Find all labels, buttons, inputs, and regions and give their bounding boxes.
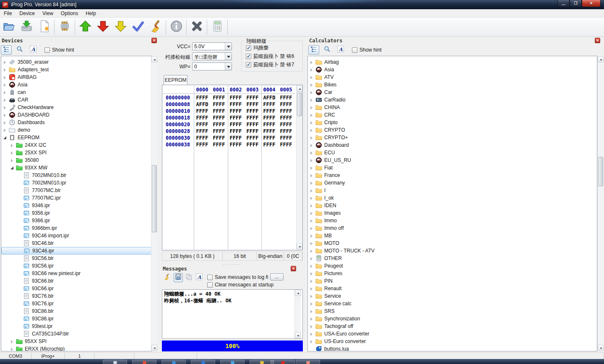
hex-cell[interactable]: FFFF bbox=[194, 114, 211, 121]
tree-item-adapters-test[interactable]: Adapters_test bbox=[1, 66, 151, 73]
devices-scrollbar[interactable] bbox=[151, 56, 157, 351]
tree-item-synchronization[interactable]: Synchronization bbox=[308, 315, 597, 322]
hex-cell[interactable]: FFFF bbox=[278, 101, 294, 108]
minimize-button[interactable]: — bbox=[557, 0, 570, 7]
tree-item-car[interactable]: Car bbox=[308, 88, 597, 96]
hex-cell[interactable]: FFFF bbox=[278, 141, 294, 148]
expand-arrow-icon[interactable] bbox=[310, 98, 314, 102]
expand-arrow-icon[interactable] bbox=[10, 143, 15, 148]
hex-cell[interactable]: FFFF bbox=[227, 141, 244, 148]
hex-cell[interactable]: FFFF bbox=[194, 121, 211, 128]
hex-cell[interactable]: FFFF bbox=[244, 114, 261, 121]
taskbar-button[interactable] bbox=[271, 360, 295, 364]
expand-arrow-icon[interactable] bbox=[310, 324, 314, 329]
collapse-arrow-icon[interactable] bbox=[10, 166, 15, 170]
tree-item-tachograf-off[interactable]: Tachograf off bbox=[308, 322, 597, 330]
wp-select[interactable]: 0 bbox=[192, 62, 232, 70]
messages-log[interactable]: 翔蝈糖屦...a = 40 OK昨屙桢，16-徼蟮 疱驷.. OK bbox=[162, 289, 303, 339]
tree-item-cripto[interactable]: Cripto bbox=[308, 119, 597, 126]
hex-cell[interactable]: FFFF bbox=[244, 121, 261, 128]
expand-arrow-icon[interactable] bbox=[310, 128, 314, 133]
tree-item-atv[interactable]: ATV bbox=[308, 73, 597, 81]
expand-arrow-icon[interactable] bbox=[310, 120, 314, 125]
hex-cell[interactable]: FFFF bbox=[261, 114, 278, 121]
hex-cell[interactable]: FFFF bbox=[211, 141, 227, 148]
expand-arrow-icon[interactable] bbox=[310, 166, 314, 170]
expand-arrow-icon[interactable] bbox=[310, 249, 314, 253]
expand-arrow-icon[interactable] bbox=[310, 332, 314, 336]
taskbar-button[interactable] bbox=[103, 360, 127, 364]
tree-item-9366-ipr[interactable]: 9366.ipr bbox=[1, 217, 151, 224]
chevron-down-icon[interactable] bbox=[225, 43, 232, 50]
hex-cell[interactable]: FFFF bbox=[278, 135, 294, 141]
tree-item-srs[interactable]: SRS bbox=[308, 307, 597, 315]
tree-item-95xx-spi[interactable]: 95XX SPI bbox=[1, 338, 151, 345]
tree-item-7002mn010-blr[interactable]: 7002MN010.blr bbox=[1, 172, 151, 179]
vcc-select[interactable]: 5.0V bbox=[192, 42, 232, 50]
tree-item-china[interactable]: CHINA bbox=[308, 104, 597, 111]
scroll-up-icon[interactable] bbox=[598, 56, 604, 62]
scroll-down-icon[interactable] bbox=[598, 345, 604, 351]
tree-item-us-euro-converter[interactable]: US-Euro converter bbox=[308, 338, 597, 345]
expand-arrow-icon[interactable] bbox=[310, 309, 314, 314]
calculators-search-button[interactable] bbox=[322, 45, 333, 55]
hex-cell[interactable]: FFFF bbox=[278, 94, 294, 101]
hex-cell[interactable]: FFFF bbox=[211, 94, 227, 101]
browse-log-button[interactable]: ... bbox=[270, 273, 284, 281]
tree-item-ecu[interactable]: ECU bbox=[308, 149, 597, 156]
tree-item-35080-eraser[interactable]: 35080_eraser bbox=[1, 58, 151, 66]
scroll-thumb[interactable] bbox=[297, 93, 302, 116]
tree-item-93test-ipr[interactable]: 93test.ipr bbox=[1, 322, 151, 330]
tree-item-can[interactable]: can bbox=[1, 88, 151, 96]
tree-item-9366bm-ipr[interactable]: 9366bm.ipr bbox=[1, 224, 151, 232]
expand-arrow-icon[interactable] bbox=[310, 226, 314, 231]
devices-font-button[interactable]: A bbox=[28, 45, 39, 55]
hex-cell[interactable]: FFFF bbox=[194, 128, 211, 135]
tree-item-demo[interactable]: demo bbox=[1, 126, 151, 134]
hex-cell[interactable]: FFFF bbox=[211, 101, 227, 108]
tree-item-service-calc[interactable]: Service calc bbox=[308, 300, 597, 307]
taskbar-button[interactable] bbox=[191, 360, 215, 364]
menu-file[interactable]: File bbox=[0, 10, 16, 17]
hex-cell[interactable]: FFFF bbox=[244, 101, 261, 108]
tree-item-93c76-blr[interactable]: 93C76.blr bbox=[1, 292, 151, 300]
tree-item-93c56-ipr[interactable]: 93C56.ipr bbox=[1, 262, 151, 270]
hex-cell[interactable]: FFFF bbox=[194, 108, 211, 114]
hex-cell[interactable]: FFFF bbox=[194, 94, 211, 101]
scroll-down-icon[interactable] bbox=[151, 345, 157, 351]
expand-arrow-icon[interactable] bbox=[3, 98, 8, 102]
tree-item-eu-us-ru[interactable]: EU_US_RU bbox=[308, 156, 597, 164]
expand-arrow-icon[interactable] bbox=[10, 151, 15, 155]
expand-arrow-icon[interactable] bbox=[310, 271, 314, 276]
tree-item-i-ok[interactable]: I_ok bbox=[308, 194, 597, 202]
tree-item-asia[interactable]: Asia bbox=[1, 81, 151, 88]
tree-item-crypto[interactable]: CRYPTO bbox=[308, 126, 597, 134]
devices-close-icon[interactable] bbox=[151, 38, 157, 43]
taskbar-button[interactable] bbox=[296, 360, 320, 364]
hex-cell[interactable]: FFFF bbox=[211, 114, 227, 121]
save-button[interactable] bbox=[18, 19, 35, 36]
tree-item-93c66-new-pintest-ipr[interactable]: 93C66 new pintest.ipr bbox=[1, 270, 151, 277]
maximize-button[interactable]: ❐ bbox=[570, 0, 582, 7]
hex-cell[interactable]: FFFF bbox=[227, 128, 244, 135]
hex-cell[interactable]: FFFF bbox=[227, 114, 244, 121]
menu-view[interactable]: View bbox=[39, 10, 57, 17]
expand-arrow-icon[interactable] bbox=[310, 68, 314, 72]
expand-arrow-icon[interactable] bbox=[310, 158, 314, 163]
tree-item-checkhardware[interactable]: CheckHardware bbox=[1, 104, 151, 111]
tree-item-93c86-blr[interactable]: 93C86.blr bbox=[1, 307, 151, 315]
expand-arrow-icon[interactable] bbox=[310, 294, 314, 299]
taskbar-button[interactable] bbox=[132, 360, 156, 364]
close-x-button[interactable] bbox=[188, 19, 206, 36]
tree-item-crypto[interactable]: CRYPTO+ bbox=[308, 134, 597, 141]
tree-item-asia[interactable]: Asia bbox=[308, 66, 597, 73]
hex-cell[interactable]: FFFF bbox=[211, 121, 227, 128]
expand-arrow-icon[interactable] bbox=[310, 211, 314, 216]
hex-grid[interactable]: 00000001000200030004000500000000FFFFFFFF… bbox=[163, 86, 295, 250]
tree-item-9356-ipr[interactable]: 9356.ipr bbox=[1, 209, 151, 217]
expand-arrow-icon[interactable] bbox=[310, 279, 314, 283]
expand-arrow-icon[interactable] bbox=[310, 286, 314, 291]
tree-item-france[interactable]: France bbox=[308, 172, 597, 179]
hex-cell[interactable]: FFFF bbox=[261, 128, 278, 135]
chevron-down-icon[interactable] bbox=[225, 53, 232, 60]
